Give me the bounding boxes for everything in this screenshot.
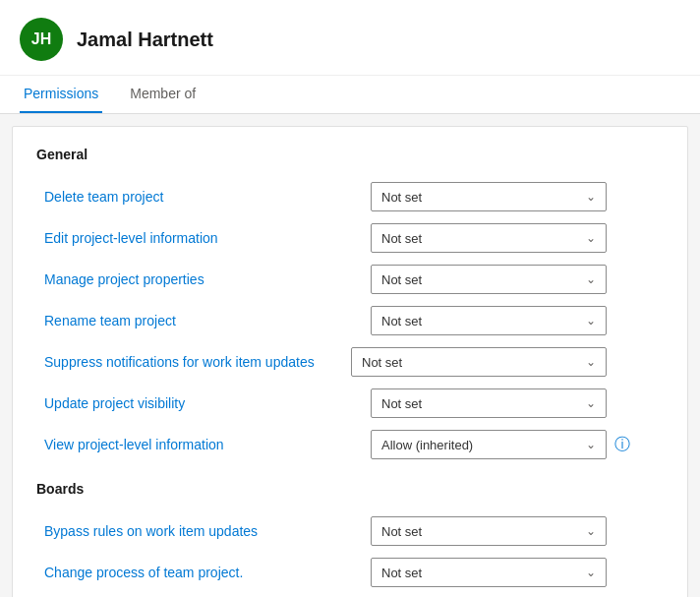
tab-permissions[interactable]: Permissions bbox=[20, 76, 102, 113]
chevron-icon: ⌄ bbox=[586, 396, 596, 410]
permission-row-view-project-level: View project-level information Allow (in… bbox=[36, 424, 664, 465]
permission-row-change-process: Change process of team project. Not set … bbox=[36, 552, 664, 593]
select-change-process[interactable]: Not set ⌄ bbox=[371, 558, 607, 587]
chevron-icon: ⌄ bbox=[586, 190, 596, 204]
chevron-icon: ⌄ bbox=[586, 231, 596, 245]
permission-row-bypass-rules: Bypass rules on work item updates Not se… bbox=[36, 510, 664, 552]
select-update-project-visibility[interactable]: Not set ⌄ bbox=[371, 388, 607, 418]
chevron-icon: ⌄ bbox=[586, 272, 596, 286]
select-manage-project-properties[interactable]: Not set ⌄ bbox=[371, 265, 607, 294]
section-boards: Boards Bypass rules on work item updates… bbox=[36, 481, 664, 593]
select-wrapper-update-project-visibility: Not set ⌄ bbox=[371, 388, 664, 418]
select-view-project-level[interactable]: Allow (inherited) ⌄ bbox=[371, 430, 607, 459]
select-wrapper-suppress-notifications: Not set ⌄ bbox=[351, 347, 664, 377]
select-bypass-rules[interactable]: Not set ⌄ bbox=[371, 516, 607, 546]
permission-row-suppress-notifications: Suppress notifications for work item upd… bbox=[36, 341, 664, 383]
permission-label-delete-team-project: Delete team project bbox=[36, 189, 371, 205]
chevron-icon: ⌄ bbox=[586, 566, 596, 579]
tabs-bar: Permissions Member of bbox=[0, 76, 700, 114]
select-rename-team-project[interactable]: Not set ⌄ bbox=[371, 306, 607, 335]
content-area: General Delete team project Not set ⌄ Ed… bbox=[12, 126, 688, 597]
select-wrapper-edit-project-level: Not set ⌄ bbox=[371, 223, 664, 253]
section-title-boards: Boards bbox=[36, 481, 664, 497]
select-suppress-notifications[interactable]: Not set ⌄ bbox=[351, 347, 607, 377]
permission-label-manage-project-properties: Manage project properties bbox=[36, 271, 371, 287]
permission-label-rename-team-project: Rename team project bbox=[36, 313, 371, 328]
permission-label-bypass-rules: Bypass rules on work item updates bbox=[36, 523, 371, 539]
info-icon[interactable]: ⓘ bbox=[614, 435, 630, 455]
select-wrapper-rename-team-project: Not set ⌄ bbox=[371, 306, 664, 335]
tab-member-of[interactable]: Member of bbox=[126, 76, 200, 113]
select-edit-project-level[interactable]: Not set ⌄ bbox=[371, 223, 607, 253]
chevron-icon: ⌄ bbox=[586, 524, 596, 538]
permission-label-update-project-visibility: Update project visibility bbox=[36, 395, 371, 411]
select-wrapper-manage-project-properties: Not set ⌄ bbox=[371, 265, 664, 294]
chevron-icon: ⌄ bbox=[586, 355, 596, 369]
permission-label-view-project-level: View project-level information bbox=[36, 437, 371, 452]
permission-row-edit-project-level: Edit project-level information Not set ⌄ bbox=[36, 217, 664, 259]
permission-label-edit-project-level: Edit project-level information bbox=[36, 230, 371, 246]
chevron-icon: ⌄ bbox=[586, 438, 596, 451]
permission-label-suppress-notifications: Suppress notifications for work item upd… bbox=[36, 354, 351, 370]
user-name: Jamal Hartnett bbox=[77, 29, 213, 51]
select-wrapper-delete-team-project: Not set ⌄ bbox=[371, 182, 664, 211]
select-wrapper-change-process: Not set ⌄ bbox=[371, 558, 664, 587]
permission-row-delete-team-project: Delete team project Not set ⌄ bbox=[36, 176, 664, 217]
permission-row-manage-project-properties: Manage project properties Not set ⌄ bbox=[36, 259, 664, 300]
permission-row-update-project-visibility: Update project visibility Not set ⌄ bbox=[36, 383, 664, 424]
select-delete-team-project[interactable]: Not set ⌄ bbox=[371, 182, 607, 211]
select-wrapper-bypass-rules: Not set ⌄ bbox=[371, 516, 664, 546]
select-wrapper-view-project-level: Allow (inherited) ⌄ ⓘ bbox=[371, 430, 664, 459]
permission-label-change-process: Change process of team project. bbox=[36, 565, 371, 580]
header: JH Jamal Hartnett bbox=[0, 0, 700, 76]
chevron-icon: ⌄ bbox=[586, 314, 596, 328]
section-title-general: General bbox=[36, 147, 664, 162]
avatar: JH bbox=[20, 18, 63, 61]
section-general: General Delete team project Not set ⌄ Ed… bbox=[36, 147, 664, 465]
permission-row-rename-team-project: Rename team project Not set ⌄ bbox=[36, 300, 664, 341]
